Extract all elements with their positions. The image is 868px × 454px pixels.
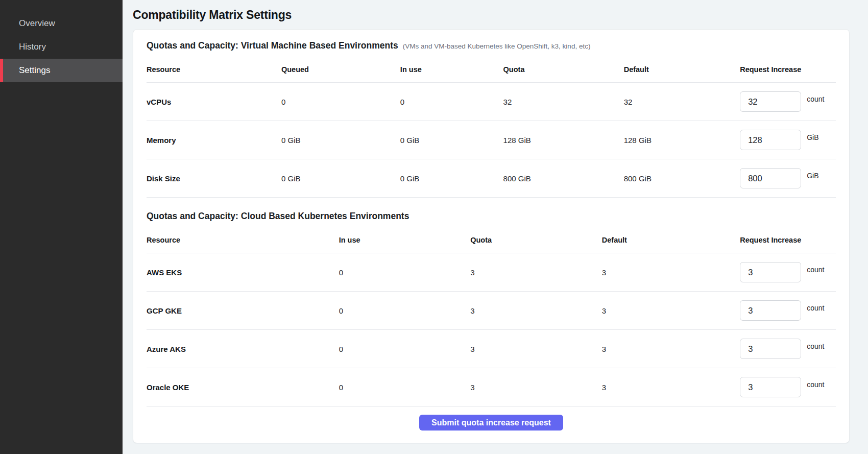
column-header-queued: Queued <box>281 65 400 74</box>
default-value: 800 GiB <box>624 174 740 183</box>
in-use-value: 0 <box>339 306 471 315</box>
sidebar-item-label: Overview <box>19 18 55 29</box>
request-increase-cell: GiB <box>740 168 836 188</box>
request-increase-cell: GiB <box>740 130 836 150</box>
column-header-request-increase: Request Increase <box>740 65 836 74</box>
quota-settings-card: Quotas and Capacity: Virtual Machine Bas… <box>133 29 850 443</box>
resource-name: Disk Size <box>147 174 281 183</box>
resource-name: Oracle OKE <box>147 383 339 392</box>
request-increase-cell: count <box>740 377 836 397</box>
unit-label: GiB <box>807 172 818 180</box>
column-header-resource: Resource <box>147 236 339 244</box>
request-increase-input[interactable] <box>740 168 801 188</box>
request-increase-cell: count <box>740 300 836 321</box>
column-header-in-use: In use <box>339 236 471 244</box>
default-value: 32 <box>624 98 740 106</box>
unit-label: count <box>807 304 824 312</box>
in-use-value: 0 <box>339 268 471 277</box>
resource-name: vCPUs <box>147 98 281 106</box>
unit-label: count <box>807 342 824 350</box>
page-title: Compatibility Matrix Settings <box>133 8 850 22</box>
submit-quota-increase-button[interactable]: Submit quota increase request <box>419 415 563 431</box>
quota-value: 3 <box>470 306 602 315</box>
in-use-value: 0 GiB <box>400 174 503 183</box>
quota-value: 3 <box>470 268 602 277</box>
in-use-value: 0 GiB <box>400 136 503 145</box>
card-footer: Submit quota increase request <box>147 407 836 433</box>
quota-value: 128 GiB <box>503 136 624 145</box>
quota-value: 800 GiB <box>503 174 624 183</box>
request-increase-cell: count <box>740 91 836 112</box>
queued-value: 0 GiB <box>281 136 400 145</box>
column-header-quota: Quota <box>470 236 602 244</box>
unit-label: GiB <box>807 133 818 141</box>
cloud-table-header: Resource In use Quota Default Request In… <box>147 229 836 253</box>
quota-value: 3 <box>470 383 602 392</box>
vm-section-subtitle: (VMs and VM-based Kubernetes like OpenSh… <box>403 42 591 50</box>
request-increase-cell: count <box>740 339 836 359</box>
default-value: 3 <box>602 345 740 353</box>
unit-label: count <box>807 266 824 274</box>
resource-name: Azure AKS <box>147 345 339 353</box>
in-use-value: 0 <box>339 345 471 353</box>
table-row: GCP GKE 0 3 3 count <box>147 292 836 330</box>
sidebar: Overview History Settings <box>0 0 123 454</box>
queued-value: 0 <box>281 98 400 106</box>
column-header-quota: Quota <box>503 65 624 74</box>
unit-label: count <box>807 95 824 103</box>
table-row: Disk Size 0 GiB 0 GiB 800 GiB 800 GiB Gi… <box>147 159 836 198</box>
quota-value: 32 <box>503 98 624 106</box>
default-value: 3 <box>602 268 740 277</box>
request-increase-input[interactable] <box>740 262 801 282</box>
sidebar-item-label: History <box>19 42 46 52</box>
request-increase-input[interactable] <box>740 300 801 321</box>
column-header-resource: Resource <box>147 65 281 74</box>
request-increase-input[interactable] <box>740 91 801 112</box>
vm-quota-table: Resource Queued In use Quota Default Req… <box>147 58 836 198</box>
request-increase-input[interactable] <box>740 377 801 397</box>
unit-label: count <box>807 380 824 389</box>
resource-name: AWS EKS <box>147 268 339 277</box>
cloud-quota-table: Resource In use Quota Default Request In… <box>147 229 836 407</box>
column-header-default: Default <box>602 236 740 244</box>
sidebar-item-label: Settings <box>19 65 50 76</box>
request-increase-input[interactable] <box>740 339 801 359</box>
column-header-request-increase: Request Increase <box>740 236 836 244</box>
default-value: 3 <box>602 383 740 392</box>
in-use-value: 0 <box>400 98 503 106</box>
quota-value: 3 <box>470 345 602 353</box>
column-header-in-use: In use <box>400 65 503 74</box>
resource-name: Memory <box>147 136 281 145</box>
sidebar-item-overview[interactable]: Overview <box>0 12 123 35</box>
cloud-section-title: Quotas and Capacity: Cloud Based Kuberne… <box>147 211 409 222</box>
sidebar-item-history[interactable]: History <box>0 35 123 59</box>
table-row: vCPUs 0 0 32 32 count <box>147 83 836 121</box>
vm-section-title: Quotas and Capacity: Virtual Machine Bas… <box>147 40 398 51</box>
cloud-section-heading: Quotas and Capacity: Cloud Based Kuberne… <box>147 211 836 222</box>
table-row: Azure AKS 0 3 3 count <box>147 330 836 368</box>
default-value: 128 GiB <box>624 136 740 145</box>
in-use-value: 0 <box>339 383 471 392</box>
queued-value: 0 GiB <box>281 174 400 183</box>
vm-table-header: Resource Queued In use Quota Default Req… <box>147 58 836 83</box>
default-value: 3 <box>602 306 740 315</box>
main-content: Compatibility Matrix Settings Quotas and… <box>123 0 868 454</box>
request-increase-input[interactable] <box>740 130 801 150</box>
column-header-default: Default <box>624 65 740 74</box>
table-row: Oracle OKE 0 3 3 count <box>147 368 836 407</box>
sidebar-item-settings[interactable]: Settings <box>0 59 123 82</box>
table-row: AWS EKS 0 3 3 count <box>147 253 836 292</box>
resource-name: GCP GKE <box>147 306 339 315</box>
table-row: Memory 0 GiB 0 GiB 128 GiB 128 GiB GiB <box>147 121 836 159</box>
request-increase-cell: count <box>740 262 836 282</box>
vm-section-heading: Quotas and Capacity: Virtual Machine Bas… <box>147 40 836 51</box>
